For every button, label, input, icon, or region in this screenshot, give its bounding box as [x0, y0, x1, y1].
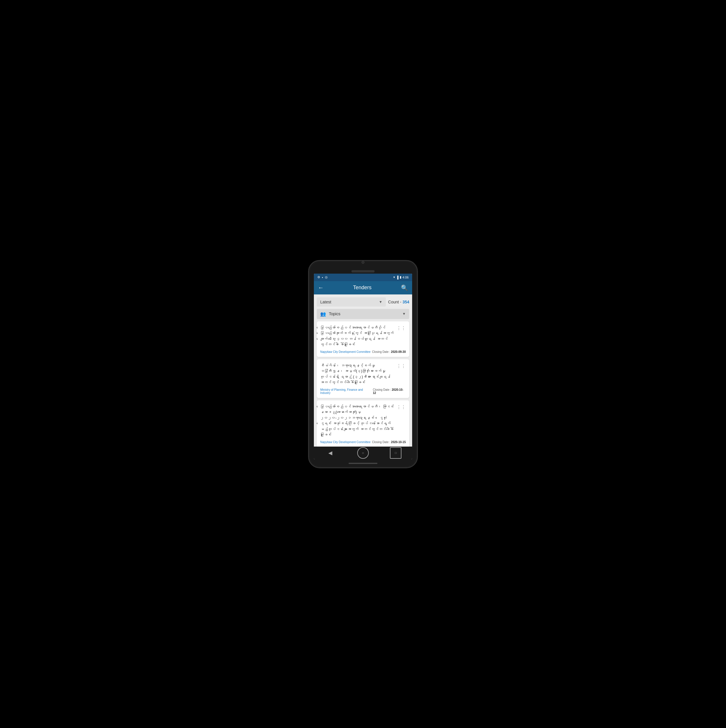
circle-icon: ◎ — [325, 275, 328, 279]
battery-icon: ▮ — [400, 275, 401, 279]
phone-frame: ⚙ ▪ ◎ ▾ ▐ ▮ 4:06 ← Tenders 🔍 Latest — [308, 260, 418, 468]
topics-dropdown[interactable]: 👥 Topics ▼ — [317, 309, 409, 319]
status-bar: ⚙ ▪ ◎ ▾ ▐ ▮ 4:06 — [314, 274, 412, 281]
topics-icon: 👥 — [320, 311, 326, 317]
signal-icon: ▐ — [396, 276, 398, 279]
count-value: 354 — [403, 300, 409, 304]
phone-bottom-bar — [349, 463, 377, 464]
back-nav-button[interactable]: ◀ — [325, 447, 336, 459]
tender-org-1: Napyitaw City Development Committee — [320, 350, 371, 353]
sort-label: Latest — [320, 300, 377, 304]
tender-title-3: နေပြည်တော်စည်ပင်သာယာရေးကောင်မတီ၊ အငြင်းန… — [320, 404, 394, 437]
tender-date-value-1: 2020-09-30 — [391, 350, 406, 353]
tender-footer-1: Napyitaw City Development Committee Clos… — [320, 350, 406, 353]
tender-date-value-2: 2020-10-12 — [373, 388, 403, 395]
phone-screen: ⚙ ▪ ◎ ▾ ▐ ▮ 4:06 ← Tenders 🔍 Latest — [314, 274, 412, 459]
status-icons-left: ⚙ ▪ ◎ — [317, 275, 328, 279]
share-button-1[interactable]: ⋮⋮ — [397, 326, 406, 331]
tender-date-3: Closing Date : 2020-10-15 — [372, 440, 406, 444]
home-nav-button[interactable]: ○ — [357, 447, 369, 459]
phone-camera — [361, 261, 365, 264]
sort-arrow: ▼ — [379, 300, 382, 304]
tender-title-2: စီမံကိန်း၊ ဘဏ္ဍာရေးနှင့်စက်မှုဝန်ကြီးဌာန… — [320, 363, 394, 385]
share-button-3[interactable]: ⋮⋮ — [397, 404, 406, 410]
sim-icon: ▪ — [322, 276, 323, 279]
bottom-nav: ◀ ○ □ — [314, 447, 412, 459]
tender-org-2: Ministry of Planning, Finance and Indust… — [320, 388, 373, 395]
tender-footer-3: Napyitaw City Development Committee Clos… — [320, 440, 406, 444]
tender-card-3[interactable]: နေပြည်တော်စည်ပင်သာယာရေးကောင်မတီ၊ အငြင်းန… — [317, 400, 409, 447]
wifi-icon: ▾ — [394, 275, 395, 279]
tender-title-1: နေပြည်တော်စည်ပင်သာယာရေးကောင်မတီပိုင် နေပ… — [320, 325, 394, 347]
tender-date-1: Closing Date : 2020-09-30 — [372, 350, 406, 353]
settings-icon: ⚙ — [317, 275, 320, 279]
app-bar: ← Tenders 🔍 — [314, 281, 412, 294]
topics-arrow: ▼ — [402, 312, 406, 316]
time-display: 4:06 — [403, 276, 409, 279]
status-icons-right: ▾ ▐ ▮ 4:06 — [394, 275, 409, 279]
tender-date-value-3: 2020-10-15 — [391, 440, 406, 444]
filter-row: Latest ▼ Count - 354 — [317, 297, 409, 307]
tender-card-2-header: စီမံကိန်း၊ ဘဏ္ဍာရေးနှင့်စက်မှုဝန်ကြီးဌာန… — [320, 363, 406, 385]
count-prefix: Count - — [388, 300, 401, 304]
topics-label: Topics — [329, 312, 400, 316]
phone-speaker — [351, 270, 375, 272]
tender-footer-2: Ministry of Planning, Finance and Indust… — [320, 388, 406, 395]
app-bar-title: Tenders — [353, 284, 371, 291]
share-button-2[interactable]: ⋮⋮ — [397, 363, 406, 369]
back-button[interactable]: ← — [318, 284, 324, 291]
tender-card-1-header: နေပြည်တော်စည်ပင်သာယာရေးကောင်မတီပိုင် နေပ… — [320, 325, 406, 347]
search-button[interactable]: 🔍 — [401, 284, 408, 291]
tender-date-2: Closing Date : 2020-10-12 — [373, 388, 406, 395]
tender-card-3-header: နေပြည်တော်စည်ပင်သာယာရေးကောင်မတီ၊ အငြင်းန… — [320, 404, 406, 437]
tender-card-1[interactable]: နေပြည်တော်စည်ပင်သာယာရေးကောင်မတီပိုင် နေပ… — [317, 321, 409, 357]
count-display: Count - 354 — [388, 300, 409, 304]
tender-org-3: Napyitaw City Development Committee — [320, 440, 371, 444]
content-area: Latest ▼ Count - 354 👥 Topics ▼ နေပြည်တေ… — [314, 294, 412, 447]
recent-nav-button[interactable]: □ — [390, 447, 401, 459]
sort-dropdown[interactable]: Latest ▼ — [317, 297, 386, 307]
tender-card-2[interactable]: စီမံကိန်း၊ ဘဏ္ဍာရေးနှင့်စက်မှုဝန်ကြီးဌာန… — [317, 359, 409, 398]
